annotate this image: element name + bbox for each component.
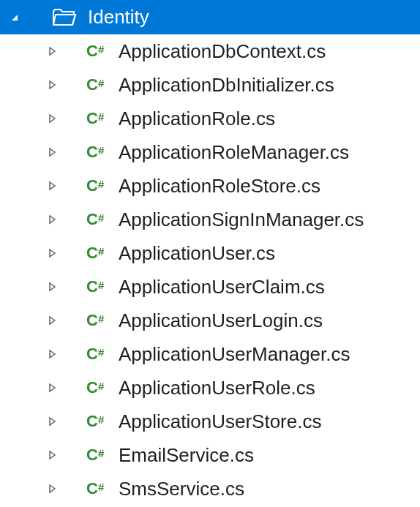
svg-marker-5 [50,182,55,189]
file-label: ApplicationDbInitializer.cs [119,74,334,97]
file-label: ApplicationSignInManager.cs [119,209,364,231]
expand-triangle-icon[interactable] [47,383,60,393]
expand-triangle-icon[interactable] [47,416,60,427]
file-list: C#ApplicationDbContext.csC#ApplicationDb… [0,34,420,506]
file-label: SmsService.cs [119,478,244,500]
file-label: ApplicationUserRole.cs [119,377,315,399]
csharp-icon: C# [86,311,119,330]
svg-marker-6 [50,216,55,223]
csharp-icon: C# [86,176,119,195]
svg-marker-14 [50,485,55,492]
file-row[interactable]: C#ApplicationDbInitializer.cs [0,68,420,102]
file-label: EmailService.cs [119,444,254,467]
csharp-icon: C# [86,412,119,431]
svg-marker-7 [50,249,55,257]
file-label: ApplicationUserLogin.cs [119,309,323,332]
expand-triangle-icon[interactable] [47,80,60,90]
expand-triangle-icon[interactable] [47,315,60,326]
file-row[interactable]: C#ApplicationRole.cs [0,102,420,135]
file-label: ApplicationUserClaim.cs [119,276,325,298]
folder-open-icon [51,4,78,31]
svg-marker-2 [50,81,55,89]
svg-marker-4 [50,149,55,156]
file-row[interactable]: C#EmailService.cs [0,438,420,472]
file-label: ApplicationDbContext.cs [119,40,326,63]
expand-triangle-icon[interactable] [47,484,60,494]
file-row[interactable]: C#ApplicationUserStore.cs [0,405,420,438]
csharp-icon: C# [86,42,119,61]
csharp-icon: C# [86,75,119,94]
file-row[interactable]: C#ApplicationUserClaim.cs [0,270,420,304]
csharp-icon: C# [86,277,119,296]
svg-marker-9 [50,317,55,324]
svg-marker-8 [50,283,55,290]
svg-marker-11 [50,384,55,391]
expand-triangle-icon[interactable] [47,349,60,359]
expand-triangle-icon[interactable] [47,450,60,460]
expand-triangle-icon[interactable] [47,147,60,157]
expand-triangle-icon[interactable] [47,282,60,292]
csharp-icon: C# [86,109,119,128]
folder-row-identity[interactable]: Identity [0,0,420,34]
csharp-icon: C# [86,446,119,465]
expand-triangle-icon[interactable] [47,248,60,258]
file-row[interactable]: C#ApplicationRoleStore.cs [0,169,420,203]
file-label: ApplicationRoleStore.cs [119,175,320,198]
file-row[interactable]: C#ApplicationDbContext.cs [0,34,420,68]
svg-marker-0 [12,15,18,20]
file-row[interactable]: C#ApplicationUserRole.cs [0,371,420,405]
file-row[interactable]: C#ApplicationUserManager.cs [0,337,420,371]
expand-triangle-icon[interactable] [47,181,60,191]
folder-label: Identity [88,6,149,29]
file-row[interactable]: C#ApplicationUserLogin.cs [0,304,420,337]
file-row[interactable]: C#SmsService.cs [0,472,420,506]
file-row[interactable]: C#ApplicationSignInManager.cs [0,203,420,236]
csharp-icon: C# [86,210,119,229]
file-label: ApplicationUserStore.cs [119,410,321,433]
expand-triangle-icon[interactable] [47,214,60,225]
svg-marker-1 [50,48,55,55]
svg-marker-10 [50,350,55,358]
expand-triangle-icon[interactable] [47,46,60,56]
csharp-icon: C# [86,345,119,364]
solution-explorer-tree: Identity C#ApplicationDbContext.csC#Appl… [0,0,420,506]
csharp-icon: C# [86,479,119,498]
file-label: ApplicationUserManager.cs [119,343,350,366]
svg-marker-12 [50,418,55,425]
svg-marker-3 [50,115,55,122]
csharp-icon: C# [86,244,119,263]
svg-marker-13 [50,451,55,459]
file-label: ApplicationUser.cs [119,242,275,265]
file-row[interactable]: C#ApplicationUser.cs [0,236,420,270]
csharp-icon: C# [86,378,119,397]
file-row[interactable]: C#ApplicationRoleManager.cs [0,135,420,169]
file-label: ApplicationRoleManager.cs [119,141,349,164]
file-label: ApplicationRole.cs [119,108,275,130]
expand-triangle-icon[interactable] [47,113,60,124]
csharp-icon: C# [86,143,119,162]
collapse-triangle-icon[interactable] [7,12,22,23]
